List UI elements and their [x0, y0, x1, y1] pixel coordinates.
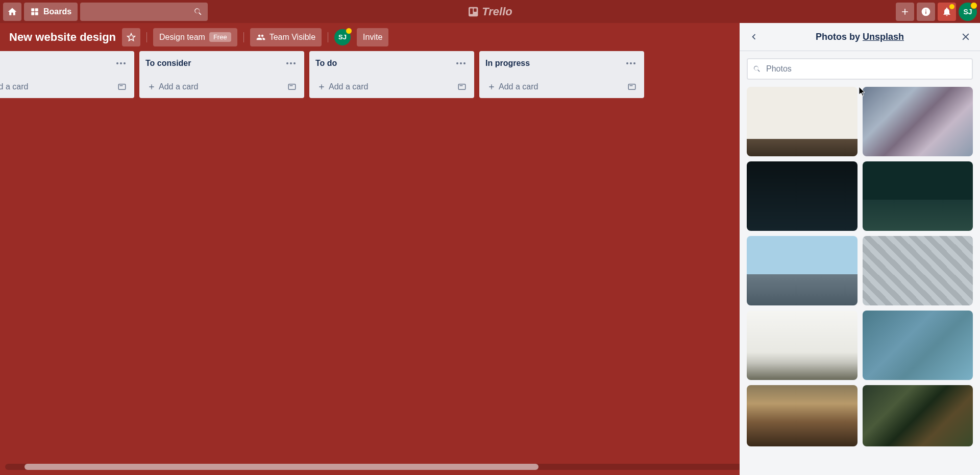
svg-rect-15 [288, 84, 296, 90]
svg-point-22 [626, 62, 628, 64]
svg-point-9 [124, 62, 126, 64]
dots-icon [286, 62, 296, 64]
list-footer: Add a card [139, 76, 304, 98]
template-button[interactable] [455, 80, 469, 94]
list-footer: Add a card [309, 76, 474, 98]
panel-close-button[interactable] [957, 28, 975, 46]
divider [243, 32, 244, 42]
list-footer: Add a card [0, 76, 134, 98]
list-menu-button[interactable] [114, 56, 128, 70]
add-card-button[interactable]: Add a card [144, 80, 285, 93]
chevron-left-icon [748, 31, 760, 42]
free-badge: Free [209, 32, 231, 42]
svg-rect-26 [630, 85, 633, 86]
invite-label: Invite [363, 33, 382, 42]
list: as Add a card [0, 51, 134, 475]
list-title[interactable]: In progress [485, 59, 530, 68]
photo-option[interactable] [863, 385, 973, 446]
list-header: as [0, 51, 134, 76]
svg-rect-1 [35, 8, 38, 11]
plus-icon [487, 83, 496, 91]
bell-icon [942, 7, 952, 17]
close-icon [960, 31, 971, 42]
board-member-avatar[interactable]: SJ [334, 29, 351, 45]
visibility-button[interactable]: Team Visible [250, 28, 322, 46]
svg-rect-10 [118, 84, 126, 90]
add-card-button[interactable]: Add a card [0, 80, 115, 93]
plus-icon [317, 83, 326, 91]
photo-option[interactable] [863, 161, 973, 231]
boards-icon [30, 7, 39, 16]
photo-option[interactable] [747, 385, 857, 446]
svg-point-14 [293, 62, 296, 64]
template-button[interactable] [625, 80, 639, 94]
list: To do Add a card [309, 51, 474, 475]
svg-point-12 [286, 62, 288, 64]
svg-rect-11 [120, 85, 123, 86]
svg-rect-21 [460, 85, 463, 86]
add-card-button[interactable]: Add a card [484, 80, 625, 93]
svg-point-23 [630, 62, 632, 64]
photo-option[interactable] [747, 236, 857, 305]
plus-icon [148, 83, 156, 91]
home-button[interactable] [3, 3, 21, 21]
list-header: To consider [139, 51, 304, 76]
member-initials: SJ [338, 33, 347, 41]
star-button[interactable] [122, 28, 140, 46]
list-menu-button[interactable] [454, 56, 468, 70]
panel-body [740, 51, 980, 454]
topbar: Boards Trello SJ [0, 0, 980, 23]
photo-option[interactable] [747, 311, 857, 380]
unsplash-link[interactable]: Unsplash [863, 32, 904, 42]
photo-option[interactable] [863, 236, 973, 305]
svg-point-17 [456, 62, 458, 64]
photo-option[interactable] [863, 87, 973, 156]
panel-back-button[interactable] [745, 28, 763, 46]
add-card-label: Add a card [499, 82, 538, 91]
photo-option[interactable] [747, 161, 857, 231]
svg-rect-3 [35, 12, 38, 15]
notifications-button[interactable] [938, 3, 956, 21]
divider [328, 32, 328, 42]
scrollbar-thumb[interactable] [24, 464, 538, 470]
info-button[interactable] [917, 3, 935, 21]
list-menu-button[interactable] [284, 56, 298, 70]
svg-rect-6 [474, 8, 477, 11]
list-menu-button[interactable] [624, 56, 638, 70]
visibility-label: Team Visible [270, 33, 315, 42]
people-icon [256, 33, 265, 42]
team-button[interactable]: Design team Free [153, 28, 237, 46]
template-button[interactable] [115, 80, 129, 94]
svg-point-18 [460, 62, 462, 64]
svg-rect-20 [458, 84, 465, 90]
search-box[interactable] [80, 3, 208, 21]
svg-rect-25 [628, 84, 635, 90]
photo-search-input[interactable] [766, 64, 967, 74]
boards-button[interactable]: Boards [24, 3, 78, 21]
invite-button[interactable]: Invite [357, 28, 388, 46]
list-title[interactable]: To consider [145, 59, 191, 68]
search-icon [753, 65, 761, 73]
svg-point-13 [290, 62, 292, 64]
photo-search-field[interactable] [747, 58, 973, 80]
template-button[interactable] [285, 80, 299, 94]
list-title[interactable]: To do [315, 59, 337, 68]
info-icon [921, 7, 931, 17]
add-card-label: Add a card [329, 82, 368, 91]
panel-title: Photos by Unsplash [816, 32, 904, 42]
logo[interactable]: Trello [468, 5, 512, 18]
avatar-initials: SJ [963, 8, 972, 16]
svg-point-8 [120, 62, 122, 64]
board-title[interactable]: New website design [9, 31, 116, 44]
list-header: In progress [479, 51, 644, 76]
create-button[interactable] [896, 3, 914, 21]
add-card-label: Add a card [159, 82, 198, 91]
photo-option[interactable] [863, 311, 973, 380]
add-card-button[interactable]: Add a card [314, 80, 455, 93]
dots-icon [456, 62, 465, 64]
trello-logo-icon [468, 6, 479, 17]
panel-header: Photos by Unsplash [740, 23, 980, 51]
photo-option[interactable] [747, 87, 857, 156]
svg-point-24 [633, 62, 635, 64]
user-avatar[interactable]: SJ [959, 3, 977, 21]
